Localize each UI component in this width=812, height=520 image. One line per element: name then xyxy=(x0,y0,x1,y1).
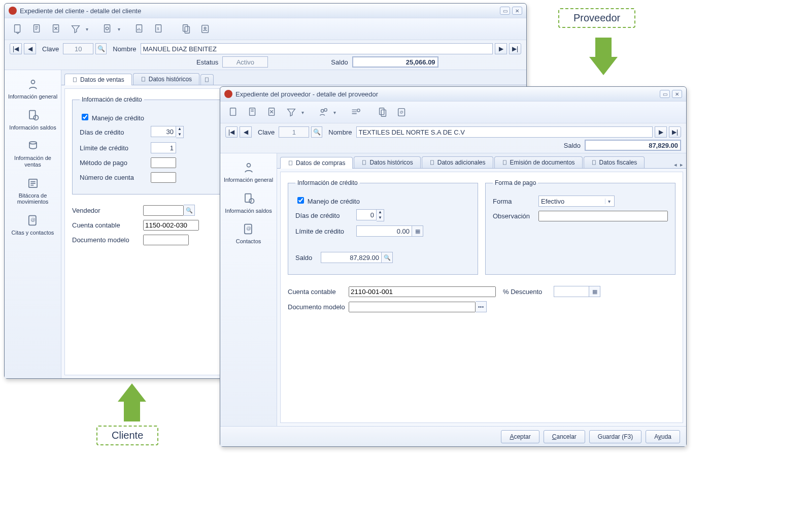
dropdown-arrow-icon[interactable]: ▾ xyxy=(333,110,336,115)
descuento-field[interactable] xyxy=(554,286,589,297)
list-money-icon[interactable] xyxy=(347,104,363,120)
sidebar-item-info-saldos[interactable]: Información saldos xyxy=(5,104,61,135)
report-icon[interactable] xyxy=(131,21,148,37)
cancelar-button[interactable]: Cancelar xyxy=(544,430,585,443)
tab-emision-documentos[interactable]: Emisión de documentos xyxy=(494,156,583,168)
svg-text:@: @ xyxy=(246,226,251,232)
filter-icon[interactable] xyxy=(67,21,84,37)
nav-last-button[interactable]: ▶| xyxy=(509,43,521,54)
proveedor-tabstrip: Datos de compras Datos históricos Datos … xyxy=(277,153,686,169)
clave-field[interactable] xyxy=(63,43,93,54)
close-button[interactable]: ✕ xyxy=(672,90,682,98)
manejo-check[interactable]: Manejo de crédito xyxy=(295,196,360,205)
tab-datos-fiscales[interactable]: Datos fiscales xyxy=(584,156,645,168)
contact-icon[interactable]: @ xyxy=(394,104,410,120)
tab-scroll[interactable]: ◂▸ xyxy=(671,161,686,168)
cuenta-field[interactable] xyxy=(349,286,496,297)
metodo-field[interactable] xyxy=(151,157,176,168)
saldo-field xyxy=(352,56,438,68)
money-doc-icon[interactable] xyxy=(99,21,116,37)
spinner-buttons[interactable]: ▲▼ xyxy=(377,209,384,221)
forma-combo[interactable]: Efectivo▾ xyxy=(538,196,615,207)
sidebar-item-citas[interactable]: @ Citas y contactos xyxy=(5,209,61,240)
sidebar-item-info-ventas[interactable]: Información de ventas xyxy=(5,135,61,172)
tab-datos-ventas[interactable]: Datos de ventas xyxy=(64,74,132,85)
delete-doc-icon[interactable] xyxy=(264,104,280,120)
nav-last-button[interactable]: ▶| xyxy=(669,126,681,138)
limite-field[interactable] xyxy=(356,225,412,237)
dropdown-arrow-icon[interactable]: ▾ xyxy=(301,110,304,115)
vendedor-field[interactable] xyxy=(143,205,184,216)
nav-first-button[interactable]: |◀ xyxy=(10,43,22,54)
calculator-button[interactable]: ▦ xyxy=(412,225,423,237)
nombre-field[interactable] xyxy=(356,126,653,138)
manejo-check[interactable]: Manejo de crédito xyxy=(80,112,144,122)
svg-text:@: @ xyxy=(30,217,35,222)
calculator-button[interactable]: ▦ xyxy=(589,286,600,297)
tab-icon xyxy=(288,160,294,166)
sidebar-item-info-general[interactable]: Información general xyxy=(220,156,277,187)
sidebar-item-info-saldos[interactable]: Información saldos xyxy=(220,187,277,218)
vendedor-lookup-button[interactable]: 🔍 xyxy=(184,205,195,216)
nav-first-button[interactable]: |◀ xyxy=(225,126,238,138)
svg-rect-19 xyxy=(74,78,77,82)
clave-field[interactable] xyxy=(279,126,309,138)
tab-datos-adicionales[interactable]: Datos adicionales xyxy=(422,156,493,168)
nav-next-button[interactable]: ▶ xyxy=(495,43,507,54)
filter-icon[interactable] xyxy=(283,104,299,120)
nav-prev-button[interactable]: ◀ xyxy=(24,43,36,54)
sidebar-item-bitacora[interactable]: Bitácora de movimientos xyxy=(5,172,61,209)
docmodelo-field[interactable] xyxy=(349,302,476,312)
minimize-button[interactable]: ▭ xyxy=(500,7,510,15)
sidebar-item-contactos[interactable]: @ Contactos xyxy=(220,218,277,249)
ayuda-button[interactable]: Ayuda xyxy=(646,430,680,443)
clave-lookup-button[interactable]: 🔍 xyxy=(95,43,107,54)
new-doc-icon[interactable] xyxy=(10,21,26,37)
proveedor-titlebar: Expediente del proveedor - detalle del p… xyxy=(220,87,686,101)
proveedor-footer: Aceptar Cancelar Guardar (F3) Ayuda xyxy=(220,426,686,446)
saldo2-field[interactable] xyxy=(321,252,382,263)
dias-field[interactable] xyxy=(356,209,377,220)
numcta-field[interactable] xyxy=(151,172,176,183)
new-doc-icon[interactable] xyxy=(225,104,242,120)
saldo-lookup-button[interactable]: 🔍 xyxy=(382,252,393,263)
credit-fieldset: Información de crédito Manejo de crédito… xyxy=(288,179,478,275)
nombre-field[interactable] xyxy=(141,43,493,54)
tab-datos-compras[interactable]: Datos de compras xyxy=(280,157,353,169)
aceptar-button[interactable]: Aceptar xyxy=(501,430,539,443)
obs-label: Observación xyxy=(493,212,538,220)
limite-field[interactable] xyxy=(151,142,176,153)
browse-button[interactable]: ••• xyxy=(476,301,487,312)
nav-prev-button[interactable]: ◀ xyxy=(240,126,252,138)
tab-more[interactable] xyxy=(200,74,214,85)
callout-proveedor: Proveedor xyxy=(558,8,635,28)
edit-doc-icon[interactable] xyxy=(245,104,261,120)
edit-doc-icon[interactable] xyxy=(29,21,45,37)
nav-next-button[interactable]: ▶ xyxy=(655,126,667,138)
svg-rect-38 xyxy=(363,160,366,165)
dropdown-arrow-icon[interactable]: ▾ xyxy=(86,26,88,32)
dropdown-arrow-icon[interactable]: ▾ xyxy=(118,26,120,32)
attach-icon[interactable] xyxy=(178,21,194,37)
sidebar-item-info-general[interactable]: Información general xyxy=(5,73,61,104)
delete-doc-icon[interactable] xyxy=(48,21,64,37)
balance-icon[interactable]: $ xyxy=(151,21,167,37)
attach-icon[interactable] xyxy=(375,104,391,120)
close-button[interactable]: ✕ xyxy=(512,7,522,15)
cuenta-field[interactable] xyxy=(143,220,199,231)
contact-icon[interactable] xyxy=(197,21,214,37)
tab-datos-historicos[interactable]: Datos históricos xyxy=(354,156,420,168)
svg-rect-37 xyxy=(289,161,292,165)
obs-field[interactable] xyxy=(538,211,668,221)
clave-lookup-button[interactable]: 🔍 xyxy=(311,126,322,138)
guardar-button[interactable]: Guardar (F3) xyxy=(589,430,641,443)
dias-field[interactable] xyxy=(151,126,176,137)
svg-rect-23 xyxy=(250,108,255,116)
tab-datos-historicos[interactable]: Datos históricos xyxy=(133,73,199,85)
docmodelo-field[interactable] xyxy=(143,235,189,245)
spinner-buttons[interactable]: ▲▼ xyxy=(176,126,184,138)
minimize-button[interactable]: ▭ xyxy=(660,90,670,98)
user-money-icon[interactable] xyxy=(315,104,331,120)
vendedor-label: Vendedor xyxy=(72,207,143,214)
svg-rect-21 xyxy=(206,78,209,82)
